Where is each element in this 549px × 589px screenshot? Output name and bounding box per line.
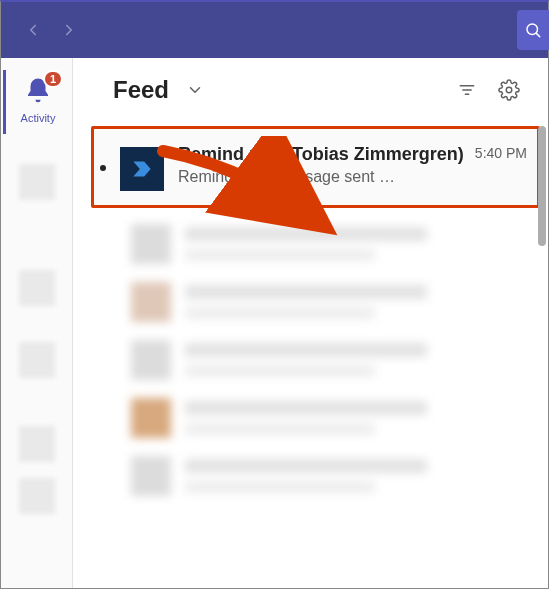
- feed-list: Remind me! (Tobias Zimmergren) 5:40 PM R…: [73, 122, 548, 588]
- rail-item-placeholder: [19, 270, 55, 306]
- feed-item-title: Remind me! (Tobias Zimmergren): [178, 143, 467, 166]
- unread-dot-icon: [100, 165, 106, 171]
- app-window: 1 Activity Feed: [0, 0, 549, 589]
- feed-item-preview: Reminder for message sent …: [178, 168, 527, 186]
- rail-item-label: Activity: [21, 112, 56, 124]
- rail-item-placeholder: [19, 478, 55, 514]
- search-button[interactable]: [517, 10, 549, 50]
- rail-item-placeholder: [19, 164, 55, 200]
- rail-item-placeholder: [19, 426, 55, 462]
- svg-line-1: [536, 33, 539, 36]
- feed-item-time: 5:40 PM: [475, 145, 527, 161]
- main-panel: Feed: [73, 58, 548, 588]
- page-title: Feed: [113, 76, 169, 104]
- flow-icon: [129, 156, 155, 182]
- rail-item-placeholder: [19, 342, 55, 378]
- gear-icon: [498, 79, 520, 101]
- chevron-left-icon: [24, 21, 42, 39]
- forward-button[interactable]: [53, 14, 85, 46]
- rail-item-activity[interactable]: 1 Activity: [3, 70, 71, 134]
- app-rail: 1 Activity: [1, 58, 73, 588]
- scrollbar-thumb[interactable]: [538, 126, 546, 246]
- chevron-right-icon: [60, 21, 78, 39]
- feed-header: Feed: [73, 58, 548, 122]
- svg-point-5: [506, 87, 512, 93]
- filter-button[interactable]: [450, 73, 484, 107]
- settings-button[interactable]: [492, 73, 526, 107]
- notification-badge: 1: [43, 70, 63, 88]
- app-avatar: [120, 147, 164, 191]
- filter-icon: [457, 80, 477, 100]
- blurred-feed-items: [91, 224, 540, 496]
- feed-dropdown-button[interactable]: [181, 76, 209, 104]
- back-button[interactable]: [17, 14, 49, 46]
- search-icon: [524, 21, 542, 39]
- chevron-down-icon: [186, 81, 204, 99]
- titlebar: [1, 2, 548, 58]
- feed-item[interactable]: Remind me! (Tobias Zimmergren) 5:40 PM R…: [91, 126, 540, 208]
